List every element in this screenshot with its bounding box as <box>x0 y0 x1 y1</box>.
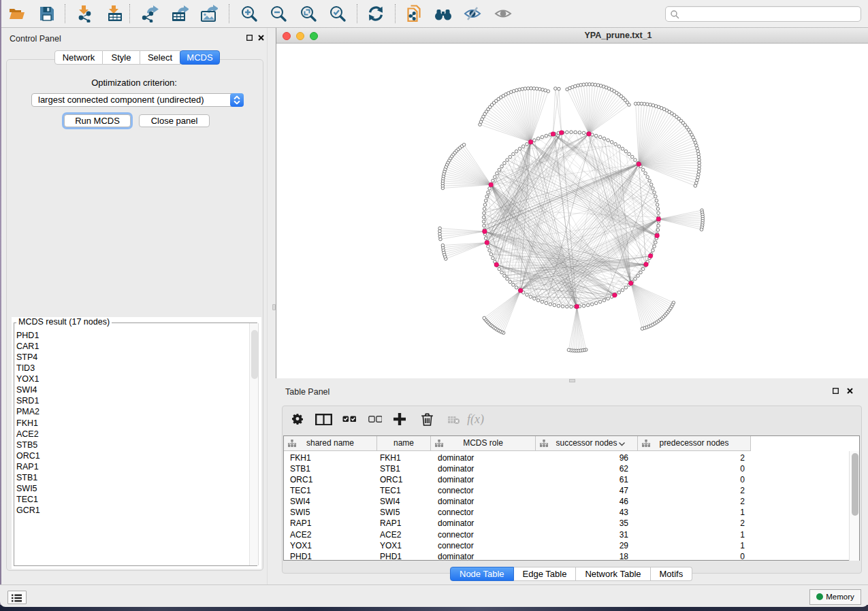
svg-text:f(x): f(x) <box>467 413 484 425</box>
